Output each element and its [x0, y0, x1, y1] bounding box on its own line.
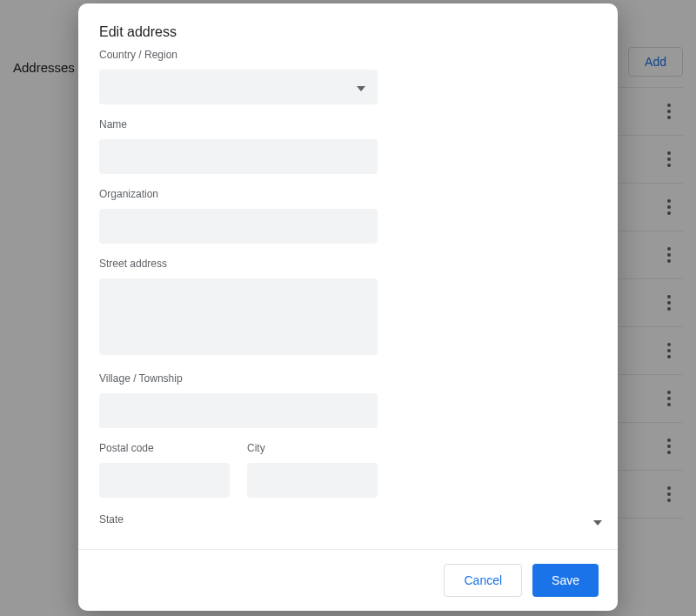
city-input[interactable] — [247, 463, 378, 498]
name-label: Name — [99, 118, 597, 131]
postal-label: Postal code — [99, 442, 230, 454]
postal-city-row: Postal code City — [99, 442, 597, 498]
save-button[interactable]: Save — [532, 564, 599, 597]
village-field: Village / Township — [99, 372, 597, 428]
organization-input[interactable] — [99, 209, 378, 244]
cancel-button[interactable]: Cancel — [444, 564, 522, 597]
country-label: Country / Region — [99, 49, 597, 61]
city-field: City — [247, 442, 378, 498]
dialog-body[interactable]: Country / Region Name Organization Stree… — [78, 49, 618, 549]
cancel-label: Cancel — [464, 573, 502, 587]
state-field: State — [99, 513, 597, 529]
country-select[interactable] — [99, 70, 378, 104]
postal-input[interactable] — [99, 463, 230, 498]
name-input[interactable] — [99, 139, 378, 174]
street-field: Street address — [99, 258, 597, 358]
edit-address-dialog: Edit address Country / Region Name Organ… — [78, 3, 618, 611]
postal-field: Postal code — [99, 442, 230, 498]
dialog-footer: Cancel Save — [78, 549, 618, 611]
village-input[interactable] — [99, 393, 378, 428]
name-field: Name — [99, 118, 597, 174]
state-label: State — [99, 513, 597, 526]
country-select-wrap — [99, 70, 378, 104]
village-label: Village / Township — [99, 372, 597, 385]
caret-down-icon — [593, 513, 602, 529]
organization-field: Organization — [99, 188, 597, 244]
organization-label: Organization — [99, 188, 597, 200]
country-field: Country / Region — [99, 49, 597, 104]
save-label: Save — [552, 573, 579, 587]
city-label: City — [247, 442, 378, 454]
street-label: Street address — [99, 258, 597, 270]
dialog-title: Edit address — [78, 3, 618, 49]
street-textarea[interactable] — [99, 278, 378, 355]
